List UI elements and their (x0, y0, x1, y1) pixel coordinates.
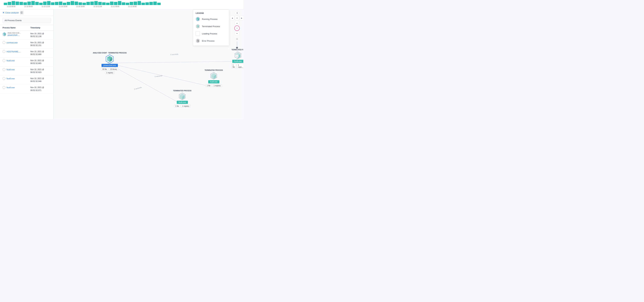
nav-left-button[interactable]: ◀ (230, 16, 234, 20)
main-node[interactable]: ANALYZED EVENT · TERMINATED PROCESS powe… (93, 52, 126, 74)
process-name-link[interactable]: powershell.... (8, 34, 20, 36)
close-x-icon: ✕ (2, 11, 4, 14)
legend-running-label: Running Process (202, 18, 218, 20)
timeline-tick (78, 2, 82, 5)
timeline-tick (55, 2, 58, 5)
info-button[interactable]: ℹ (235, 11, 239, 15)
node-bottom-badge: fsutil.exe (177, 101, 188, 104)
legend-item-terminated: Terminated Process (196, 24, 226, 29)
process-timestamp: Nov 10, 2021 @08:52:32.948 (30, 77, 51, 83)
process-name-link[interactable]: fsutil.exe (6, 68, 15, 71)
timeline-tick (59, 2, 62, 5)
timeline-tick (74, 2, 78, 5)
sidebar: ✕ Close analyzer All Process Events Proc… (0, 10, 54, 119)
process-row[interactable]: fsutil.exeNov 10, 2021 @08:52:32.865 (0, 58, 53, 67)
timeline-label: 11-10 12:00 (37, 6, 54, 8)
node-mid-right[interactable]: TERMINATED PROCESS fsutil.exe 1 file 1 r… (204, 69, 223, 87)
process-info: HOSTNAME.... (2, 50, 30, 53)
timeline-tick (110, 2, 114, 5)
nav-target-button[interactable]: ⊕ (235, 16, 239, 20)
main-node-event-label: ANALYZED EVENT · TERMINATED PROCESS (93, 52, 126, 54)
legend-loading-icon (196, 31, 200, 36)
node-mid-right-tag-file: 1 file (206, 84, 212, 87)
zoom-in-button[interactable]: + (236, 38, 238, 41)
timeline-tick (102, 2, 106, 5)
process-info: fsutil.exe (2, 86, 30, 89)
process-circle-icon (2, 50, 5, 53)
timeline-tick (122, 2, 125, 5)
process-row[interactable]: conhost.exeNov 10, 2021 @08:52:32.151 (0, 40, 53, 49)
node-top-right-tag-file: 1 file (231, 64, 236, 68)
main-node-tag-row2: 1 registry (105, 71, 114, 74)
zoom-label: on (236, 59, 238, 61)
timeline-label: 11-10 09:00 (20, 6, 37, 8)
process-circle-icon (2, 59, 5, 62)
timeline-tick (130, 2, 133, 5)
timeline-tick (31, 1, 35, 5)
node-top-right-tags: 1 file 1 regis... (231, 64, 243, 68)
timeline-tick (142, 3, 145, 5)
process-timestamp: Nov 10, 2021 @08:52:32.971 (30, 86, 51, 92)
timeline-tick (51, 2, 54, 5)
node-bottom-tag-registry: 1 registry (181, 105, 190, 107)
node-mid-right-badge: fsutil.exe (208, 80, 220, 83)
main-node-tag-file: 30 file (101, 68, 108, 71)
zoom-out-button[interactable]: − (236, 55, 238, 58)
legend-terminated-icon (196, 24, 200, 29)
legend-title: LEGEND (196, 12, 226, 14)
process-row[interactable]: fsutil.exeNov 10, 2021 @08:52:32.948 (0, 76, 53, 84)
process-timestamp: Nov 10, 2021 @08:52:32.680 (30, 50, 51, 56)
zoom-thumb (236, 47, 238, 49)
col-process-name: Process Name (2, 27, 30, 29)
close-analyzer-button[interactable]: ✕ Close analyzer (2, 11, 19, 14)
timeline-tick (90, 2, 94, 5)
nav-down-button[interactable]: ▼ (235, 31, 239, 36)
legend-error-label: Error Process (202, 40, 214, 42)
main-layout: ✕ Close analyzer All Process Events Proc… (0, 10, 243, 119)
timeline-tick (12, 1, 15, 5)
node-bottom-label: TERMINATED PROCESS (173, 90, 192, 92)
process-name-link[interactable]: conhost.exe (6, 42, 18, 44)
process-timestamp: Nov 10, 2021 @08:52:32.138 (30, 32, 51, 38)
ticks-row (2, 1, 162, 5)
timeline-label: 11-10 06:00 (2, 6, 20, 8)
timeline-tick (126, 3, 129, 5)
process-name-link[interactable]: HOSTNAME.... (6, 50, 20, 53)
node-mid-right-label: TERMINATED PROCESS (204, 69, 223, 71)
process-row[interactable]: fsutil.exeNov 10, 2021 @08:52:32.923 (0, 67, 53, 76)
expand-icon[interactable] (20, 11, 23, 14)
process-name-link[interactable]: fsutil.exe (6, 77, 15, 80)
target-center-button[interactable]: ○ (234, 26, 240, 31)
nav-right-button[interactable]: ▶ (240, 16, 243, 20)
legend-loading-label: Loading Process (202, 33, 217, 35)
process-row[interactable]: HOSTNAME....Nov 10, 2021 @08:52:32.680 (0, 49, 53, 58)
process-name-col: ANALYZED EVE...powershell.... (8, 32, 20, 36)
nav-up-button[interactable]: ▲ (235, 21, 239, 25)
timeline-tick (35, 2, 39, 5)
process-row[interactable]: fsutil.exeNov 10, 2021 @08:52:32.971 (0, 84, 53, 93)
timeline-tick (8, 2, 11, 5)
timeline-tick (86, 2, 90, 5)
node-mid-right-cube (210, 72, 218, 80)
process-circle-icon (2, 68, 5, 71)
timeline-tick (24, 2, 27, 5)
timeline-tick (63, 3, 66, 5)
timeline-tick (114, 2, 118, 5)
process-name-link[interactable]: fsutil.exe (6, 86, 15, 89)
svg-rect-0 (21, 12, 22, 14)
process-row[interactable]: ANALYZED EVE...powershell....Nov 10, 202… (0, 31, 53, 40)
timeline-tick (43, 2, 46, 5)
close-analyzer-label: Close analyzer (5, 12, 19, 14)
process-name-link[interactable]: fsutil.exe (6, 59, 15, 62)
main-node-tag-library: 19 library (109, 68, 118, 71)
timeline-bar: 11-10 06:0011-10 09:0011-10 12:0011-10 1… (0, 0, 243, 10)
timeline-tick (98, 2, 102, 5)
timeline-tick (47, 1, 50, 5)
timeline-label: 11-10 21:00 (89, 6, 106, 8)
table-header: Process Name Timestamp (0, 25, 53, 31)
filter-dropdown[interactable]: All Process Events (2, 18, 51, 23)
zoom-track[interactable] (237, 41, 237, 54)
legend-panel: LEGEND Running Process (193, 10, 229, 46)
node-bottom[interactable]: TERMINATED PROCESS fsutil.exe 1 file 1 r… (173, 90, 192, 107)
process-timestamp: Nov 10, 2021 @08:52:32.865 (30, 59, 51, 65)
